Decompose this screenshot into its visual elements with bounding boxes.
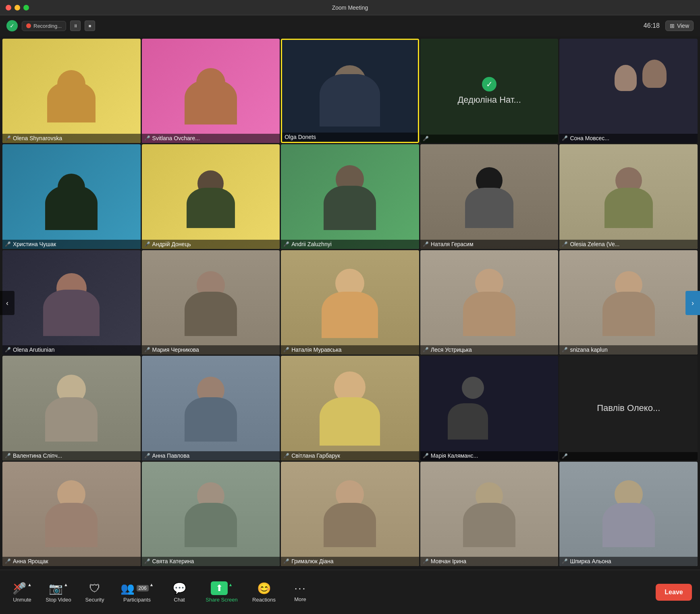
participant-count-badge: 206 xyxy=(137,585,149,591)
participant-name-label-4: 🎤 xyxy=(420,135,559,143)
name-label-22: Свята Катерина xyxy=(152,558,194,564)
traffic-lights xyxy=(6,5,29,10)
video-cell-15: 🎤 snizana kaplun xyxy=(559,250,698,355)
name-label-18: Світлана Гарбарук xyxy=(291,452,340,459)
more-icon: ··· xyxy=(294,582,306,595)
unmute-arrow[interactable]: ▲ xyxy=(27,582,32,587)
unmute-button[interactable]: 🎤 ✕ ▲ Unmute xyxy=(4,579,40,606)
security-button[interactable]: 🛡 Security xyxy=(77,579,113,606)
name-label-14: Леся Устрицька xyxy=(431,346,472,353)
participant-name-9: 🎤 Наталя Герасим xyxy=(420,240,559,249)
mute-icon-9: 🎤 xyxy=(423,241,429,247)
participants-arrow[interactable]: ▲ xyxy=(150,582,154,587)
video-cell-3: Olga Donets xyxy=(281,39,419,143)
participant-name-16: 🎤 Валентина Сліпч... xyxy=(2,451,141,460)
maximize-button[interactable] xyxy=(23,5,29,10)
video-cell-4: ✓ Дедюліна Нат... 🎤 xyxy=(420,39,559,143)
video-cell-1: 🎤̶ Olena Shynarovska xyxy=(2,39,141,143)
name-label-5: Сона Мовсес... xyxy=(570,135,609,141)
participant-name-14: 🎤 Леся Устрицька xyxy=(420,345,559,355)
participants-label: Participants xyxy=(123,597,151,603)
participants-count-group: 👥 206 xyxy=(120,582,149,595)
video-cell-11: 🎤 Olena Arutiunian xyxy=(2,250,141,355)
participant-name-20: Павлів Олеко... xyxy=(593,403,664,413)
pause-button[interactable]: ⏸ xyxy=(70,21,81,31)
participant-name-4: Дедюліна Нат... xyxy=(453,95,525,105)
mute-icon-1: 🎤̶ xyxy=(5,135,11,141)
participant-name-25: 🎤 Шпирка Альона xyxy=(559,557,698,566)
toolbar-items: 🎤 ✕ ▲ Unmute 📷 ▲ Stop Video 🛡 Security xyxy=(4,578,656,606)
video-cell-24: 🎤 Мовчан Ірина xyxy=(420,462,559,566)
name-label-9: Наталя Герасим xyxy=(431,241,474,247)
name-label-12: Мария Черникова xyxy=(152,346,199,353)
more-button[interactable]: ··· More xyxy=(282,579,318,606)
video-cell-22: 🎤 Свята Катерина xyxy=(142,462,280,566)
recording-dot xyxy=(26,23,31,28)
video-cell-12: 🎤 Мария Черникова xyxy=(142,250,280,355)
mute-icon-13: 🎤 xyxy=(283,347,289,353)
participant-name-label-20: 🎤 xyxy=(559,452,698,460)
mute-icon-7: 🎤 xyxy=(144,241,150,247)
unmute-with-arrow: 🎤 ✕ ▲ xyxy=(12,582,32,595)
mute-icon-5: 🎤 xyxy=(562,135,568,141)
name-label-23: Грималюк Діана xyxy=(291,558,333,564)
participant-name-12: 🎤 Мария Черникова xyxy=(142,345,280,355)
mute-icon-2: 🎤 xyxy=(144,135,150,141)
name-label-6: Христина Чушак xyxy=(13,241,56,247)
view-button[interactable]: ⊞ View xyxy=(665,21,694,31)
bottom-toolbar: 🎤 ✕ ▲ Unmute 📷 ▲ Stop Video 🛡 Security xyxy=(0,570,700,614)
video-cell-13: 🎤 Наталія Муравська xyxy=(281,250,419,355)
stop-video-button[interactable]: 📷 ▲ Stop Video xyxy=(40,579,77,606)
grid-icon: ⊞ xyxy=(670,23,675,29)
camera-icon: 📷 xyxy=(49,582,63,595)
nav-next-arrow[interactable]: › xyxy=(685,291,700,315)
chat-button[interactable]: 💬 Chat xyxy=(161,579,197,606)
share-screen-arrow[interactable]: ▲ xyxy=(228,582,233,587)
name-label-2: Svitlana Ovchare... xyxy=(152,135,200,141)
participants-with-arrow: 👥 206 ▲ xyxy=(120,582,154,595)
participant-name-5: 🎤 Сона Мовсес... xyxy=(559,134,698,143)
mute-icon-8: 🎤 xyxy=(283,241,289,247)
mute-icon-21: 🎤 xyxy=(5,558,11,564)
mute-icon-17: 🎤 xyxy=(144,453,150,458)
reactions-label: Reactions xyxy=(252,597,276,603)
mute-icon-18: 🎤 xyxy=(283,453,289,458)
participant-name-22: 🎤 Свята Катерина xyxy=(142,557,280,566)
participants-button[interactable]: 👥 206 ▲ Participants xyxy=(113,579,161,606)
microphone-icon: 🎤 ✕ xyxy=(12,582,27,595)
share-screen-icon: ⬆ xyxy=(216,583,223,593)
video-cell-23: 🎤 Грималюк Діана xyxy=(281,462,419,566)
video-cell-25: 🎤 Шпирка Альона xyxy=(559,462,698,566)
share-screen-button[interactable]: ⬆ ▲ Share Screen xyxy=(197,578,246,606)
share-screen-with-arrow: ⬆ ▲ xyxy=(211,581,233,595)
chat-icon: 💬 xyxy=(172,582,187,595)
reactions-button[interactable]: 😊 Reactions xyxy=(246,579,282,606)
video-cell-16: 🎤 Валентина Сліпч... xyxy=(2,356,141,460)
stop-video-arrow[interactable]: ▲ xyxy=(64,582,68,587)
video-cell-20: Павлів Олеко... 🎤 xyxy=(559,356,698,460)
video-cell-19: 🎤 Марія Каляманс... xyxy=(420,356,559,460)
participant-name-19: 🎤 Марія Каляманс... xyxy=(420,451,559,460)
name-label-8: Andrii Zaluzhnyi xyxy=(291,241,332,247)
mute-icon-14: 🎤 xyxy=(423,347,429,353)
name-label-7: Андрій Донець xyxy=(152,241,191,247)
leave-button[interactable]: Leave xyxy=(656,584,692,601)
mute-icon-24: 🎤 xyxy=(423,558,429,564)
name-label-10: Olesia Zelena (Ve... xyxy=(570,241,619,247)
mute-icon-25: 🎤 xyxy=(562,558,568,564)
reactions-icon: 😊 xyxy=(257,582,271,595)
close-button[interactable] xyxy=(6,5,11,10)
stop-button[interactable]: ■ xyxy=(85,21,95,31)
nav-prev-arrow[interactable]: ‹ xyxy=(0,291,15,315)
video-cell-14: 🎤 Леся Устрицька xyxy=(420,250,559,355)
participants-icon: 👥 xyxy=(120,582,135,595)
video-cell-21: 🎤 Анна Ярощак xyxy=(2,462,141,566)
mute-icon-23: 🎤 xyxy=(283,558,289,564)
name-label-16: Валентина Сліпч... xyxy=(13,452,62,459)
participant-name-18: 🎤 Світлана Гарбарук xyxy=(281,451,419,460)
video-cell-9: 🎤 Наталя Герасим xyxy=(420,144,559,249)
mute-icon-6: 🎤 xyxy=(5,241,11,247)
recording-badge: Recording... xyxy=(22,21,66,31)
video-cell-2: 🎤 Svitlana Ovchare... xyxy=(142,39,280,143)
minimize-button[interactable] xyxy=(15,5,20,10)
